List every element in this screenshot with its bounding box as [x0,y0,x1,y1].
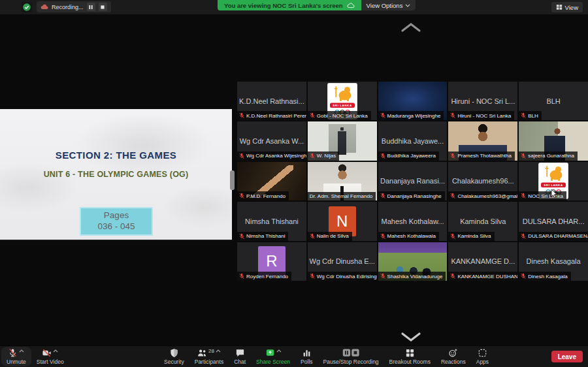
participant-tile-maduranga-wijesinghe[interactable]: Maduranga Wijesinghe [378,82,448,120]
apps-button[interactable]: Apps [471,346,494,367]
participant-nameplate: Wg Cdr Dinusha Edirisinghe [308,272,377,281]
stop-recording-button[interactable] [99,3,107,11]
participant-nameplate: Gobi - NOC Sri Lanka [308,111,371,120]
collapse-gallery-down-chevron[interactable] [400,332,422,345]
participant-tile-p-m-d-fernando[interactable]: P.M.D. Fernando [237,162,306,200]
view-options-dropdown[interactable]: View Options [361,0,416,10]
start-video-button[interactable]: Start Video [31,346,69,367]
svg-text:SRI LANKA: SRI LANKA [544,184,563,187]
viewing-screen-banner: You are viewing NOC Sri Lanka's screen [218,0,361,10]
muted-mic-icon [239,112,244,119]
participant-tile-sajeera-gunarathna[interactable]: sajeera Gunarathna [519,121,588,160]
panel-resize-handle[interactable] [230,170,235,190]
view-label: View [565,4,578,11]
participant-nameplate: Dr. Adm. Shemal Fernando [308,192,376,200]
leave-button[interactable]: Leave [551,351,583,362]
participant-nameplate: Hiruni - NOC Sri Lanka [448,111,514,120]
pause-icon [88,5,93,10]
participant-tile-shashika-vidanaduruge[interactable]: Shashika Vidanaduruge [378,242,448,281]
participant-nameplate: KANKANAMGE DUSHAN A... [448,272,517,281]
encryption-badge[interactable] [22,2,32,12]
pause-recording-button[interactable] [87,3,95,11]
participant-tile-nalin-de-silva[interactable]: N Nalin de Silva [308,202,377,240]
participant-nameplate: Mahesh Kothalawala [378,232,439,241]
participant-tile-gobi-noc-sri-lanka[interactable]: SRI LANKA Gobi - NOC Sri Lanka [308,82,377,120]
pages-range: 036 - 045 [97,221,135,232]
participant-name-text: Gobi - NOC Sri Lanka [317,113,368,119]
chat-button[interactable]: Chat [229,346,251,367]
slide-pages-box: Pages 036 - 045 [80,207,153,236]
muted-mic-icon [380,273,385,279]
unmute-button[interactable]: Unmute [1,347,31,366]
participant-tile-chalakaumesh963-gmail-c[interactable]: Chalakaumesh96... Chalakaumesh963@gmail.… [448,162,517,200]
muted-mic-icon [380,193,385,199]
participant-tile-k-d-neel-rathnasiri-perera[interactable]: K.D.Neel Rathnasi... K.D.Neel Rathnasiri… [237,82,306,120]
participant-tile-hiruni-noc-sri-lanka[interactable]: Hiruni - NOC Sri L... Hiruni - NOC Sri L… [448,82,517,120]
chevron-up-icon[interactable] [53,349,58,353]
breakout-rooms-button[interactable]: Breakout Rooms [384,346,436,367]
camera-off-icon [42,348,52,358]
participant-tile-kaminda-silva[interactable]: Kaminda Silva Kaminda Silva [448,202,517,240]
participant-tile-kankanamge-dushan-a[interactable]: KANKANAMGE D... KANKANAMGE DUSHAN A... [448,242,517,281]
security-button[interactable]: Security [159,346,189,367]
participant-nameplate: Nalin de Silva [308,232,352,241]
microphone-muted-icon [8,348,18,358]
toolbar-item-label: Pause/Stop Recording [323,359,379,365]
participant-nameplate: Dananjaya Ranasinghe [378,191,445,200]
view-button[interactable]: View [551,2,583,12]
participant-name-text: KANKANAMGE DUSHAN A... [457,274,517,279]
toolbar-item-label: Start Video [37,359,64,365]
collapse-gallery-up-chevron[interactable] [400,22,422,35]
participant-nameplate: P.M.D. Fernando [237,191,289,200]
toolbar-item-label: Security [164,359,184,365]
toolbar-center-group: Security28ParticipantsChatShare ScreenPo… [159,346,494,367]
participant-tile-blh[interactable]: BLH BLH [519,82,588,120]
participant-nameplate: Wg Cdr Asanka Wijesinghe [237,152,306,161]
participant-name-text: K.D.Neel Rathnasiri Perera [246,113,306,119]
share-screen-button[interactable]: Share Screen [251,346,295,367]
muted-mic-icon [380,153,385,159]
participant-tile-wg-cdr-dinusha-edirisinghe[interactable]: Wg Cdr Dinusha E... Wg Cdr Dinusha Ediri… [308,242,377,281]
muted-mic-icon [521,153,526,159]
participant-tile-w-nijas[interactable]: W. Nijas [308,121,377,160]
pause-stop-recording-button[interactable]: Pause/Stop Recording [318,346,384,367]
participant-name-text: W. Nijas [317,153,336,159]
participant-gallery: K.D.Neel Rathnasi... K.D.Neel Rathnasiri… [237,82,588,281]
toolbar-item-label: Participants [195,359,223,365]
muted-mic-icon [239,153,244,159]
participant-tile-wg-cdr-asanka-wijesinghe[interactable]: Wg Cdr Asanka W... Wg Cdr Asanka Wijesin… [237,121,306,160]
participant-nameplate: Shashika Vidanaduruge [378,272,446,281]
reactions-button[interactable]: Reactions [436,346,471,367]
participant-tile-dr-adm-shemal-fernando[interactable]: Dr. Adm. Shemal Fernando [308,162,377,200]
chevron-up-icon [19,349,24,353]
participant-name-text: Mahesh Kothalawala [387,233,436,239]
participant-tile-dananjaya-ranasinghe[interactable]: Dananjaya Ranasi... Dananjaya Ranasinghe [378,162,448,200]
zoom-meeting-window: Recording... You are viewing NOC Sri Lan… [0,0,588,367]
muted-mic-icon [450,153,455,159]
participant-name-text: Shashika Vidanaduruge [387,274,443,279]
participant-tile-nimsha-thishani[interactable]: Nimsha Thishani Nimsha Thishani [237,202,306,240]
participant-tile-dulsara-dharmasena[interactable]: DULSARA DHAR... DULSARA DHARMASENA [519,202,588,240]
muted-mic-icon [450,233,455,240]
participant-tile-mahesh-kothalawala[interactable]: Mahesh Kothalaw... Mahesh Kothalawala [378,202,448,240]
mouse-cursor [551,189,558,200]
chevron-up-icon[interactable] [216,349,221,353]
polls-button[interactable]: Polls [295,346,318,367]
participant-nameplate: Maduranga Wijesinghe [378,111,444,120]
participant-tile-dinesh-kasagala[interactable]: Dinesh Kasagala Dinesh Kasagala [519,242,588,281]
participant-name-text: Kaminda Silva [457,233,491,239]
cloud-recording-icon [41,4,48,10]
svg-text:SRI LANKA: SRI LANKA [333,104,352,107]
participant-nameplate: BLH [519,111,542,120]
chevron-up-icon[interactable] [19,349,24,353]
muted-mic-icon [521,273,526,279]
participant-name-text: Nalin de Silva [317,233,349,239]
meeting-toolbar: UnmuteStart Video Security28Participants… [0,345,588,367]
participant-tile-pramesh-thotawaththa[interactable]: Pramesh Thotawaththa [448,121,517,160]
chevron-up-icon[interactable] [276,349,282,353]
participants-button[interactable]: 28Participants [189,346,229,367]
participant-tile-royden-fernando[interactable]: R Royden Fernando [237,242,306,281]
participant-name-text: Royden Fernando [246,274,288,279]
participant-tile-buddhika-jayaweera[interactable]: Buddhika Jayawe... Buddhika Jayaweera [378,121,448,160]
breakout-rooms-icon [405,348,415,358]
